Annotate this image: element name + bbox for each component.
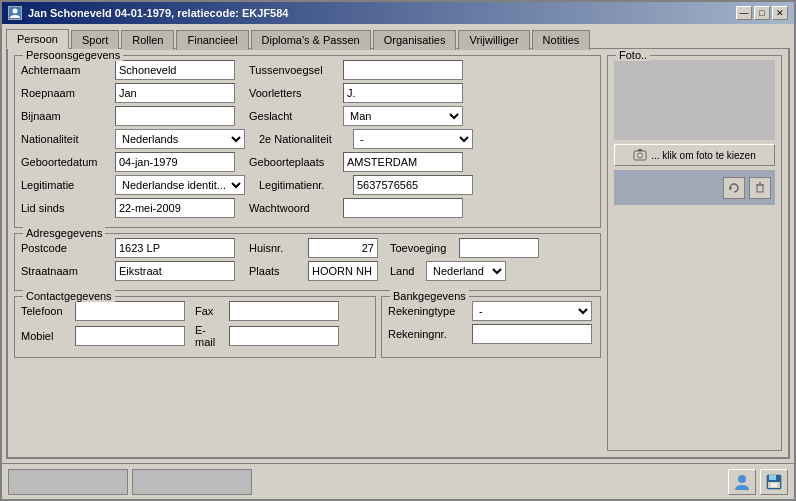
nationaliteit2-select[interactable]: - bbox=[353, 129, 473, 149]
window-title: Jan Schoneveld 04-01-1979, relatiecode: … bbox=[28, 7, 288, 19]
person-action-button[interactable] bbox=[728, 469, 756, 495]
nationaliteit-select[interactable]: Nederlands bbox=[115, 129, 245, 149]
title-bar-left: Jan Schoneveld 04-01-1979, relatiecode: … bbox=[8, 6, 288, 20]
mobiel-row: Mobiel E-mail bbox=[21, 324, 369, 348]
tab-rollen[interactable]: Rollen bbox=[121, 30, 174, 50]
svg-rect-1 bbox=[634, 151, 646, 160]
tab-diplomas[interactable]: Diploma's & Passen bbox=[251, 30, 371, 50]
app-icon bbox=[8, 6, 22, 20]
geslacht-label: Geslacht bbox=[249, 110, 339, 122]
svg-rect-4 bbox=[757, 185, 763, 192]
tab-bar: Persoon Sport Rollen Financieel Diploma'… bbox=[2, 24, 794, 48]
straatnaam-row: Straatnaam Plaats Land Nederland bbox=[21, 261, 594, 281]
bottom-bar bbox=[2, 463, 794, 499]
svg-rect-11 bbox=[771, 483, 777, 487]
bottom-right bbox=[728, 469, 788, 495]
status-panel-left bbox=[8, 469, 128, 495]
voorletters-label: Voorletters bbox=[249, 87, 339, 99]
adresgegevens-title: Adresgegevens bbox=[23, 227, 105, 239]
geboortedatum-label: Geboortedatum bbox=[21, 156, 111, 168]
legitimatie-select[interactable]: Nederlandse identit... bbox=[115, 175, 245, 195]
huisnr-label: Huisnr. bbox=[249, 242, 304, 254]
tab-financieel[interactable]: Financieel bbox=[176, 30, 248, 50]
lid-sinds-row: Lid sinds Wachtwoord bbox=[21, 198, 594, 218]
postcode-label: Postcode bbox=[21, 242, 111, 254]
minimize-button[interactable]: — bbox=[736, 6, 752, 20]
main-layout: Persoonsgegevens Achternaam Tussenvoegse… bbox=[14, 55, 782, 451]
tab-organisaties[interactable]: Organisaties bbox=[373, 30, 457, 50]
nationaliteit-row: Nationaliteit Nederlands 2e Nationalitei… bbox=[21, 129, 594, 149]
nationaliteit2-label: 2e Nationaliteit bbox=[259, 133, 349, 145]
lid-sinds-input[interactable] bbox=[115, 198, 235, 218]
tab-vrijwilliger[interactable]: Vrijwilliger bbox=[458, 30, 529, 50]
geslacht-select[interactable]: Man Vrouw bbox=[343, 106, 463, 126]
tab-notities[interactable]: Notities bbox=[532, 30, 591, 50]
bijnaam-label: Bijnaam bbox=[21, 110, 111, 122]
email-input[interactable] bbox=[229, 326, 339, 346]
foto-btn-label: ... klik om foto te kiezen bbox=[651, 150, 756, 161]
legitimatienr-input[interactable] bbox=[353, 175, 473, 195]
right-column: Foto.. ... klik om foto te kiezen bbox=[607, 55, 782, 451]
rekeningtype-row: Rekeningtype - bbox=[388, 301, 594, 321]
lid-sinds-label: Lid sinds bbox=[21, 202, 111, 214]
svg-point-2 bbox=[638, 153, 643, 158]
telefoon-input[interactable] bbox=[75, 301, 185, 321]
voorletters-input[interactable] bbox=[343, 83, 463, 103]
roepnaam-input[interactable] bbox=[115, 83, 235, 103]
legitimatie-row: Legitimatie Nederlandse identit... Legit… bbox=[21, 175, 594, 195]
straatnaam-input[interactable] bbox=[115, 261, 235, 281]
bankgegevens-group: Bankgegevens Rekeningtype - Rekeningnr. bbox=[381, 296, 601, 358]
land-label: Land bbox=[390, 265, 422, 277]
photo-arrow-icon[interactable] bbox=[723, 177, 745, 199]
title-bar-buttons: — □ ✕ bbox=[736, 6, 788, 20]
refresh-icon bbox=[728, 182, 740, 194]
mobiel-input[interactable] bbox=[75, 326, 185, 346]
geboorteplaats-input[interactable] bbox=[343, 152, 463, 172]
status-panel-right bbox=[132, 469, 252, 495]
photo-delete-icon[interactable] bbox=[749, 177, 771, 199]
contactgegevens-group: Contactgegevens Telefoon Fax Mobiel E-ma… bbox=[14, 296, 376, 358]
fax-input[interactable] bbox=[229, 301, 339, 321]
geboortedatum-input[interactable] bbox=[115, 152, 235, 172]
bijnaam-row: Bijnaam Geslacht Man Vrouw bbox=[21, 106, 594, 126]
persoonsgegevens-title: Persoonsgegevens bbox=[23, 49, 123, 61]
left-column: Persoonsgegevens Achternaam Tussenvoegse… bbox=[14, 55, 601, 451]
close-button[interactable]: ✕ bbox=[772, 6, 788, 20]
achternaam-input[interactable] bbox=[115, 60, 235, 80]
maximize-button[interactable]: □ bbox=[754, 6, 770, 20]
photo-bottom-bar bbox=[614, 170, 775, 205]
camera-icon bbox=[633, 148, 647, 162]
legitimatienr-label: Legitimatienr. bbox=[259, 179, 349, 191]
toevoeging-label: Toevoeging bbox=[390, 242, 455, 254]
bankgegevens-title: Bankgegevens bbox=[390, 290, 469, 302]
rekeningtype-select[interactable]: - bbox=[472, 301, 592, 321]
tussenvoegsel-input[interactable] bbox=[343, 60, 463, 80]
wachtwoord-label: Wachtwoord bbox=[249, 202, 339, 214]
mobiel-label: Mobiel bbox=[21, 330, 71, 342]
tab-sport[interactable]: Sport bbox=[71, 30, 119, 50]
achternaam-row: Achternaam Tussenvoegsel bbox=[21, 60, 594, 80]
plaats-input[interactable] bbox=[308, 261, 378, 281]
rekeningnr-input[interactable] bbox=[472, 324, 592, 344]
roepnaam-row: Roepnaam Voorletters bbox=[21, 83, 594, 103]
save-icon bbox=[765, 473, 783, 491]
svg-rect-9 bbox=[769, 475, 776, 480]
main-window: Jan Schoneveld 04-01-1979, relatiecode: … bbox=[0, 0, 796, 501]
save-button[interactable] bbox=[760, 469, 788, 495]
huisnr-input[interactable] bbox=[308, 238, 378, 258]
fax-label: Fax bbox=[195, 305, 225, 317]
wachtwoord-input[interactable] bbox=[343, 198, 463, 218]
tab-persoon[interactable]: Persoon bbox=[6, 29, 69, 49]
contactgegevens-title: Contactgegevens bbox=[23, 290, 115, 302]
foto-button[interactable]: ... klik om foto te kiezen bbox=[614, 144, 775, 166]
postcode-input[interactable] bbox=[115, 238, 235, 258]
contact-bank-row: Contactgegevens Telefoon Fax Mobiel E-ma… bbox=[14, 296, 601, 358]
straatnaam-label: Straatnaam bbox=[21, 265, 111, 277]
legitimatie-label: Legitimatie bbox=[21, 179, 111, 191]
roepnaam-label: Roepnaam bbox=[21, 87, 111, 99]
achternaam-label: Achternaam bbox=[21, 64, 111, 76]
bijnaam-input[interactable] bbox=[115, 106, 235, 126]
toevoeging-input[interactable] bbox=[459, 238, 539, 258]
person-icon bbox=[732, 472, 752, 492]
land-select[interactable]: Nederland bbox=[426, 261, 506, 281]
